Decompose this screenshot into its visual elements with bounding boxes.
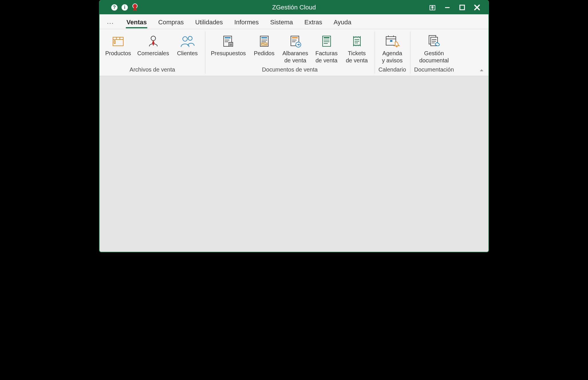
ribbon-badge-icon[interactable] <box>132 4 138 11</box>
svg-rect-21 <box>261 37 267 38</box>
gestion-documental-label: Gestióndocumental <box>419 50 449 65</box>
pedidos-button[interactable]: Pedidos <box>251 32 278 66</box>
svg-rect-6 <box>445 7 450 8</box>
svg-rect-14 <box>225 37 231 38</box>
content-area <box>100 76 488 252</box>
clientes-button[interactable]: Clientes <box>174 32 201 66</box>
svg-text:?: ? <box>113 5 116 10</box>
window-controls <box>429 4 488 11</box>
tab-ayuda[interactable]: Ayuda <box>333 16 352 28</box>
facturas-label: Facturasde venta <box>315 50 338 65</box>
help-icon[interactable]: ? <box>111 4 118 11</box>
delivery-note-icon <box>289 33 302 49</box>
people-icon <box>180 33 195 49</box>
gestion-documental-button[interactable]: Gestióndocumental <box>414 32 454 66</box>
receipt-icon <box>350 33 364 49</box>
svg-rect-9 <box>114 41 115 43</box>
tickets-label: Ticketsde venta <box>346 50 368 65</box>
agenda-label: Agenday avisos <box>382 50 402 65</box>
ribbon-group-documentacion: Gestióndocumental Documentación <box>410 29 458 76</box>
pedidos-label: Pedidos <box>254 50 274 65</box>
box-icon <box>111 33 125 49</box>
tab-sistema[interactable]: Sistema <box>270 16 293 28</box>
ribbon: Productos Comerciales Clientes Archivos … <box>100 29 488 76</box>
group-label-documentos: Documentos de venta <box>262 66 318 75</box>
productos-label: Productos <box>105 50 131 65</box>
collapse-ribbon-icon[interactable] <box>479 67 484 73</box>
close-icon[interactable] <box>474 4 480 11</box>
svg-text:i: i <box>124 5 125 10</box>
ribbon-group-calendario: Agenday avisos Calendario <box>375 29 410 76</box>
comerciales-label: Comerciales <box>137 50 169 65</box>
popout-icon[interactable] <box>429 4 436 11</box>
svg-rect-24 <box>292 37 298 38</box>
titlebar: ? i ZGestión Cloud <box>100 1 488 14</box>
svg-point-12 <box>188 36 192 40</box>
presupuestos-label: Presupuestos <box>211 50 246 65</box>
svg-rect-7 <box>460 5 464 10</box>
tab-utilidades[interactable]: Utilidades <box>195 16 224 28</box>
comerciales-button[interactable]: Comerciales <box>136 32 171 66</box>
maximize-icon[interactable] <box>459 4 466 11</box>
presupuestos-button[interactable]: Presupuestos <box>209 32 247 66</box>
app-window: ? i ZGestión Cloud ... <box>99 0 489 252</box>
tab-informes[interactable]: Informes <box>234 16 259 28</box>
titlebar-left: ? i <box>100 4 138 11</box>
svg-point-11 <box>183 37 187 41</box>
svg-rect-29 <box>390 40 392 42</box>
svg-rect-16 <box>229 43 232 44</box>
calendar-bell-icon <box>385 33 400 49</box>
ribbon-group-documentos: Presupuestos Pedidos Albaranesde venta <box>205 29 374 76</box>
svg-rect-27 <box>324 37 329 38</box>
agenda-button[interactable]: Agenday avisos <box>379 32 406 66</box>
info-icon[interactable]: i <box>121 4 128 11</box>
svg-point-30 <box>396 46 397 47</box>
group-label-documentacion: Documentación <box>414 66 454 75</box>
tab-strip: ... Ventas Compras Utilidades Informes S… <box>100 14 488 29</box>
order-icon <box>257 33 271 49</box>
svg-point-18 <box>231 45 231 45</box>
tab-ventas[interactable]: Ventas <box>126 16 147 28</box>
svg-point-17 <box>230 45 230 45</box>
clientes-label: Clientes <box>177 50 198 65</box>
productos-button[interactable]: Productos <box>104 32 133 66</box>
invoice-icon <box>320 33 333 49</box>
documents-cloud-icon <box>426 33 442 49</box>
group-label-calendario: Calendario <box>378 66 406 75</box>
ribbon-group-archivos: Productos Comerciales Clientes Archivos … <box>100 29 205 76</box>
tab-compras[interactable]: Compras <box>158 16 184 28</box>
svg-rect-8 <box>113 37 123 46</box>
salesperson-icon <box>146 33 160 49</box>
albaranes-label: Albaranesde venta <box>283 50 308 65</box>
albaranes-button[interactable]: Albaranesde venta <box>281 32 310 66</box>
svg-point-19 <box>231 45 232 45</box>
tabs-overflow-button[interactable]: ... <box>105 18 116 25</box>
group-label-archivos: Archivos de venta <box>130 66 175 75</box>
svg-point-4 <box>133 4 137 8</box>
tickets-button[interactable]: Ticketsde venta <box>343 32 371 66</box>
budget-icon <box>221 33 235 49</box>
minimize-icon[interactable] <box>444 4 451 11</box>
facturas-button[interactable]: Facturasde venta <box>313 32 340 66</box>
tab-extras[interactable]: Extras <box>304 16 323 28</box>
